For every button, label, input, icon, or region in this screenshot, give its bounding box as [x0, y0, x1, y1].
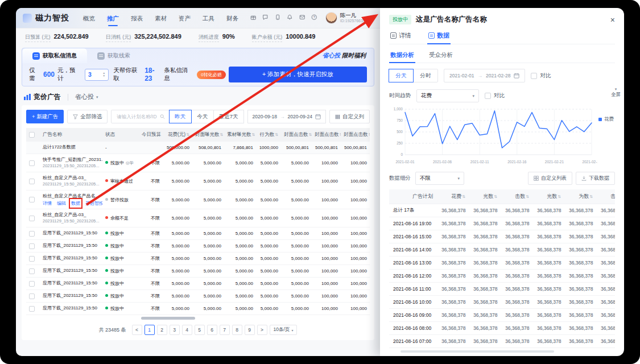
drawer-tab[interactable]: 数据 — [427, 31, 451, 44]
checkbox-icon[interactable] — [485, 93, 491, 99]
page-button[interactable]: 7 — [220, 325, 230, 335]
row-checkbox[interactable] — [29, 243, 35, 249]
metric-select[interactable]: 花费▾ — [416, 89, 479, 102]
horizontal-scrollbar[interactable] — [389, 350, 615, 353]
help-icon[interactable]: ? — [311, 14, 317, 22]
next-page-button[interactable]: > — [257, 325, 267, 335]
table-row[interactable]: 应用下载_20231129_15:50 投放中 不限 — [26, 278, 370, 290]
row-checkbox[interactable] — [29, 306, 35, 312]
column-header[interactable]: 封面点击数⇅ — [312, 128, 341, 142]
column-header[interactable]: 广告名称 — [40, 128, 102, 142]
table-row[interactable]: 2021-08-16 13:00 36,368,378 36,368,378 3… — [389, 256, 615, 269]
new-campaign-button[interactable]: + 新建广告 — [26, 110, 64, 123]
phone-icon[interactable] — [275, 14, 280, 22]
column-header[interactable]: 封面曝光数⇅ — [192, 128, 224, 142]
checkbox-icon[interactable] — [531, 73, 537, 79]
table-row[interactable]: 2021-08-16 14:00 36,368,378 36,368,378 3… — [389, 243, 615, 256]
detail-link[interactable]: 详情 — [43, 200, 52, 206]
table-row[interactable]: 粉丝_自定义产品名产品名...✎ 详情 编辑 数据 开启智投 暂停投放 — [26, 191, 370, 209]
column-header[interactable]: 花费(元)⇅ — [163, 128, 192, 142]
user-menu[interactable]: 陈一凡 ID:1925766309 ▾ — [325, 12, 372, 24]
column-header[interactable]: 素材曝光数⇅ — [224, 128, 256, 142]
analysis-subtab[interactable]: 数据分析 — [389, 49, 415, 63]
row-checkbox[interactable] — [29, 197, 35, 202]
page-size-select[interactable]: 10条/页▾ — [270, 325, 298, 335]
gift-icon[interactable] — [250, 14, 256, 22]
table-row[interactable]: 2021-08-16 11:00 36,368,378 36,368,378 3… — [389, 282, 615, 295]
search-icon[interactable] — [160, 114, 165, 119]
download-data-button[interactable]: 下载数据 — [576, 172, 615, 185]
page-button[interactable]: 9 — [245, 325, 255, 335]
edit-link[interactable]: 编辑 — [57, 200, 66, 206]
page-button[interactable]: 1 — [144, 325, 155, 335]
column-header[interactable]: 封面点击数⇅ — [341, 128, 370, 142]
table-row[interactable]: 应用下载_20231129_15:50 投放中 不限 — [26, 265, 370, 278]
page-button[interactable]: 5 — [195, 325, 205, 335]
table-row[interactable]: 快手号推广_短剧推广_20231... 20231129_15:50_20231… — [26, 154, 370, 172]
granularity-button[interactable]: 分时 — [413, 69, 438, 82]
table-row[interactable]: 2021-08-16 12:00 36,368,378 36,368,378 3… — [389, 269, 615, 282]
close-icon[interactable]: × — [610, 16, 615, 24]
column-header[interactable]: 击数⇅ — [597, 189, 615, 204]
drawer-tab[interactable]: 详情 — [389, 31, 412, 44]
table-row[interactable]: 应用下载_20231129_15:50 投放中 不限 — [26, 240, 370, 253]
date-quick-button[interactable]: 昨天 — [169, 110, 192, 123]
row-checkbox[interactable] — [29, 160, 35, 166]
row-checkbox[interactable] — [29, 268, 35, 274]
hourly-table-scroll[interactable]: 广告计划 花费⇅ 光数⇅ 击数⇅ 光数⇅ 为数⇅ 击数⇅ — [389, 189, 615, 348]
chart-legend[interactable]: 花费 — [598, 116, 614, 123]
date-range-picker[interactable]: 2020-09-18 → 2020-09-24 — [247, 110, 326, 123]
table-row[interactable]: 2021-08-16 15:00 36,368,378 36,368,378 3… — [389, 230, 615, 243]
compare-checkbox-2[interactable]: 对比 — [485, 92, 505, 100]
row-checkbox[interactable] — [29, 179, 35, 184]
column-header[interactable]: 封面点击数⇅ — [281, 128, 312, 142]
column-header[interactable]: 击数⇅ — [501, 189, 533, 204]
row-checkbox[interactable] — [29, 256, 35, 262]
page-button[interactable]: 3 — [170, 325, 180, 335]
section-secondary[interactable]: 省心投 — [75, 93, 94, 101]
date-quick-button[interactable]: 最近7天 — [213, 110, 244, 123]
row-checkbox[interactable] — [29, 281, 35, 287]
nav-item[interactable]: 素材 — [155, 8, 167, 28]
table-row[interactable]: 2021-08-16 10:00 36,368,378 36,368,378 3… — [389, 295, 615, 308]
row-checkbox[interactable] — [29, 216, 35, 221]
compare-checkbox[interactable]: 对比 — [531, 72, 551, 80]
fullscreen-button[interactable]: ▾全屏 — [611, 87, 621, 98]
table-row[interactable]: 粉丝_自定义产品-03_ 20231129_15:50_20231205... … — [26, 209, 370, 228]
promo-tab[interactable]: 获取线索 — [87, 48, 141, 63]
column-header[interactable]: 行为数⇅ — [256, 128, 281, 142]
bell-icon[interactable] — [287, 14, 292, 22]
analysis-subtab[interactable]: 受众分析 — [428, 49, 454, 63]
nav-item[interactable]: 报表 — [131, 8, 143, 28]
custom-list-button[interactable]: 自定义列表 — [528, 172, 572, 185]
edit-pencil-icon[interactable]: ✎ — [101, 193, 102, 198]
nav-item[interactable]: 工具 — [203, 8, 214, 28]
horizontal-scrollbar[interactable] — [27, 317, 369, 320]
add-material-button[interactable]: + 添加素材，快速开启投放 — [229, 67, 367, 82]
table-row[interactable]: 应用下载_20231129_15:50 投放中 不限 — [26, 253, 370, 265]
nav-item[interactable]: 资产 — [179, 8, 191, 28]
table-row[interactable]: 总计 17条 36,368,378 36,368,378 36,368,378 … — [389, 204, 615, 217]
scrollbar-thumb[interactable] — [141, 317, 195, 320]
page-button[interactable]: 8 — [232, 325, 242, 335]
nav-item[interactable]: 推广 — [107, 8, 119, 28]
table-row[interactable]: 2021-08-16 08:00 36,368,378 36,368,378 3… — [389, 321, 615, 334]
breakdown-select[interactable]: 不限▾ — [415, 172, 464, 185]
search-input[interactable] — [115, 113, 160, 120]
filter-button[interactable]: 全部筛选 — [67, 110, 108, 123]
table-row[interactable]: 应用下载_20231129_15:50 投放中 不限 — [26, 228, 370, 240]
table-row[interactable]: 2021-08-16 19:00 36,368,378 36,368,378 3… — [389, 217, 615, 230]
days-stepper[interactable]: 3 ▲▼ — [85, 69, 109, 81]
table-row[interactable]: 2021-08-16 09:00 36,368,378 36,368,378 3… — [389, 308, 615, 321]
nav-item[interactable]: 财务 — [226, 8, 238, 28]
table-row[interactable]: 应用下载_20231129_15:50 投放中 不限 — [26, 303, 370, 315]
column-header[interactable]: 花费⇅ — [437, 189, 469, 204]
chat-icon[interactable] — [262, 14, 268, 22]
table-row[interactable]: 应用下载_20231129_15:50 投放中 不限 — [26, 290, 370, 303]
section-title[interactable]: 竞价广告 — [34, 92, 61, 102]
campaign-table-scroll[interactable]: 广告名称 状态 今日预算 花费(元)⇅ — [26, 128, 370, 315]
column-header[interactable]: 光数⇅ — [469, 189, 501, 204]
table-row[interactable]: 粉丝_自定义产品-03_ 20231129_15:50_20231205... … — [26, 172, 370, 191]
page-button[interactable]: 4 — [182, 325, 192, 335]
page-button[interactable]: 2 — [157, 325, 167, 335]
